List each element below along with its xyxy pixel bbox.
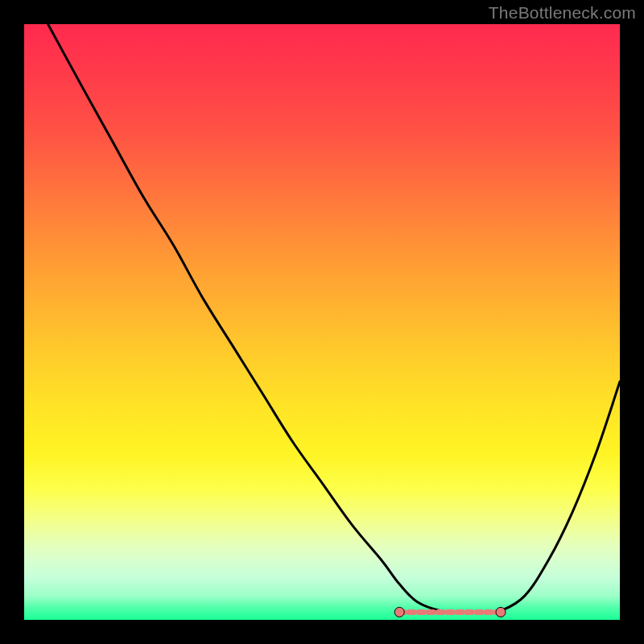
curve-layer — [48, 24, 620, 613]
watermark-text: TheBottleneck.com — [489, 3, 636, 23]
plot-area — [24, 24, 620, 620]
end-marker-0 — [394, 607, 404, 617]
end-marker-1 — [496, 607, 506, 617]
bottleneck-curve-path — [48, 24, 620, 613]
curve-svg — [24, 24, 620, 620]
chart-frame: TheBottleneck.com — [0, 0, 644, 644]
